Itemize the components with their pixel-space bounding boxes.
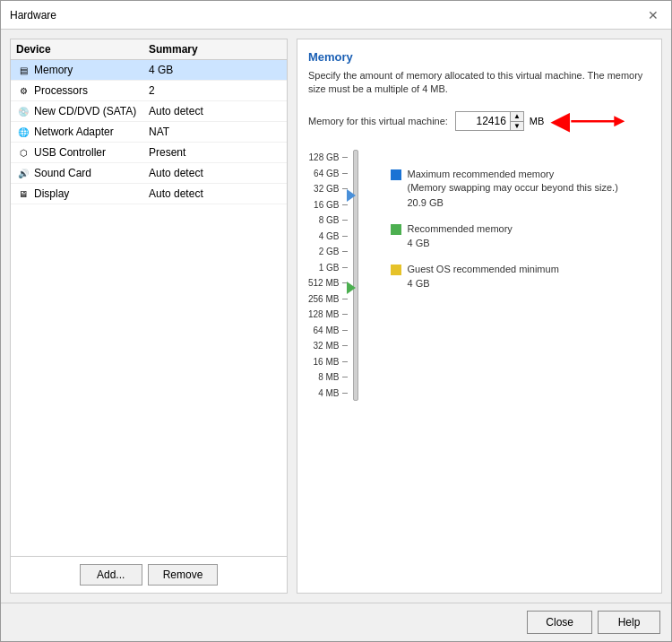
window-close-button[interactable]: ✕: [644, 6, 662, 24]
spin-up-button[interactable]: ▲: [511, 112, 523, 122]
spin-down-button[interactable]: ▼: [511, 122, 523, 131]
right-panel: Memory Specify the amount of memory allo…: [297, 39, 662, 594]
red-arrow-body-2: [571, 116, 625, 126]
legend-value: 4 GB: [407, 278, 558, 289]
content-area: Device Summary ▤ Memory 4 GB ⚙ Processor…: [1, 30, 671, 603]
device-cell: ⬡ USB Controller: [16, 145, 149, 160]
device-table: Device Summary ▤ Memory 4 GB ⚙ Processor…: [11, 39, 287, 556]
table-row[interactable]: 🔊 Sound Card Auto detect: [11, 163, 287, 184]
memory-value-input[interactable]: [456, 112, 510, 130]
tick-mark: [342, 314, 348, 315]
device-summary: 4 GB: [149, 64, 281, 76]
tick-mark: [342, 157, 348, 158]
slider-label: 64 GB: [314, 165, 348, 181]
device-name: USB Controller: [34, 146, 106, 159]
remove-button[interactable]: Remove: [148, 564, 219, 586]
display-icon: 🖥: [16, 187, 30, 201]
tick-mark: [342, 220, 348, 221]
device-rows-container: ▤ Memory 4 GB ⚙ Processors 2 💿 New CD/DV…: [11, 60, 287, 204]
table-row[interactable]: ▤ Memory 4 GB: [11, 60, 287, 81]
slider-label-text: 4 GB: [319, 231, 340, 241]
slider-label: 2 GB: [319, 244, 349, 260]
tick-mark: [342, 299, 348, 299]
slider-label: 16 GB: [314, 196, 348, 213]
device-name: Processors: [34, 84, 88, 97]
help-button[interactable]: Help: [598, 611, 660, 634]
device-name: Display: [34, 187, 69, 200]
legend-text-block: Recommended memory 4 GB: [407, 222, 512, 248]
slider-label-text: 32 GB: [314, 184, 339, 194]
blue-marker: [347, 189, 356, 202]
red-arrow-annotation-2: ◀: [551, 108, 569, 135]
device-name: Sound Card: [34, 167, 91, 179]
legend-swatch: [391, 224, 401, 235]
slider-label: 4 GB: [319, 228, 349, 244]
device-cell: ⚙ Processors: [16, 83, 149, 98]
table-row[interactable]: 🖥 Display Auto detect: [11, 184, 287, 204]
slider-label-text: 1 GB: [319, 263, 340, 273]
close-button[interactable]: Close: [527, 611, 592, 634]
slider-label-text: 128 MB: [308, 309, 339, 319]
device-cell: 🔊 Sound Card: [16, 166, 149, 180]
slider-label: 8 GB: [319, 213, 349, 229]
slider-label: 8 MB: [318, 369, 348, 386]
legend-text-block: Maximum recommended memory (Memory swapp…: [407, 168, 617, 208]
tick-mark: [342, 361, 348, 362]
memory-unit-label: MB: [530, 116, 545, 126]
device-cell: ▤ Memory: [16, 63, 149, 77]
slider-label: 512 MB: [308, 275, 348, 291]
tick-mark: [342, 330, 348, 331]
legend-item: Maximum recommended memory (Memory swapp…: [391, 168, 650, 208]
tick-mark: [342, 204, 348, 205]
memory-input-row: Memory for this virtual machine: ▲ ▼ MB …: [308, 108, 650, 135]
device-cell: 🌐 Network Adapter: [16, 125, 149, 139]
table-row[interactable]: ⬡ USB Controller Present: [11, 143, 287, 163]
slider-label-text: 16 GB: [314, 200, 339, 210]
tick-mark: [342, 377, 348, 377]
tick-mark: [342, 251, 348, 252]
device-cell: 💿 New CD/DVD (SATA): [16, 104, 149, 118]
slider-label-text: 512 MB: [308, 278, 339, 288]
tick-mark: [342, 393, 348, 394]
bottom-bar: Close Help: [1, 603, 671, 641]
slider-label-text: 32 MB: [314, 341, 340, 351]
slider-label: 32 GB: [314, 181, 348, 197]
device-name: Memory: [34, 64, 73, 76]
slider-label-text: 2 GB: [319, 247, 340, 256]
slider-label-text: 8 MB: [318, 372, 339, 382]
slider-label: 256 MB: [308, 291, 348, 307]
legend-item: Recommended memory 4 GB: [391, 222, 650, 248]
memory-input-wrapper: ▲ ▼ MB ◀: [455, 108, 625, 135]
col-device: Device: [16, 43, 149, 56]
network-icon: 🌐: [16, 125, 30, 139]
device-cell: 🖥 Display: [16, 187, 149, 201]
legend-text-block: Guest OS recommended minimum 4 GB: [407, 263, 558, 289]
table-row[interactable]: ⚙ Processors 2: [11, 81, 287, 101]
tick-mark: [342, 173, 348, 174]
device-summary: Auto detect: [149, 167, 281, 179]
memory-label: Memory for this virtual machine:: [308, 116, 448, 126]
track-bar: [353, 150, 358, 401]
table-row[interactable]: 🌐 Network Adapter NAT: [11, 122, 287, 143]
left-panel-footer: Add... Remove: [11, 556, 287, 593]
legend-value: 20.9 GB: [407, 197, 617, 208]
hardware-window: Hardware ✕ Device Summary ▤ Memory 4 GB …: [0, 0, 672, 642]
slider-and-labels: 128 GB64 GB32 GB16 GB8 GB4 GB2 GB1 GB512…: [308, 150, 362, 401]
title-bar: Hardware ✕: [1, 1, 671, 30]
spin-buttons: ▲ ▼: [510, 112, 523, 130]
device-summary: Auto detect: [149, 187, 281, 200]
tick-mark: [342, 236, 348, 237]
slider-label: 64 MB: [314, 322, 349, 338]
slider-label: 128 MB: [308, 307, 348, 323]
table-row[interactable]: 💿 New CD/DVD (SATA) Auto detect: [11, 101, 287, 122]
add-button[interactable]: Add...: [80, 564, 142, 586]
col-summary: Summary: [149, 43, 281, 56]
slider-label-text: 8 GB: [319, 215, 340, 225]
section-description: Specify the amount of memory allocated t…: [308, 69, 650, 97]
slider-label-text: 256 MB: [308, 294, 339, 304]
device-name: New CD/DVD (SATA): [34, 105, 136, 117]
device-summary: 2: [149, 84, 281, 97]
slider-label-text: 16 MB: [314, 357, 340, 367]
slider-label: 1 GB: [319, 259, 349, 275]
slider-label: 32 MB: [314, 338, 349, 354]
